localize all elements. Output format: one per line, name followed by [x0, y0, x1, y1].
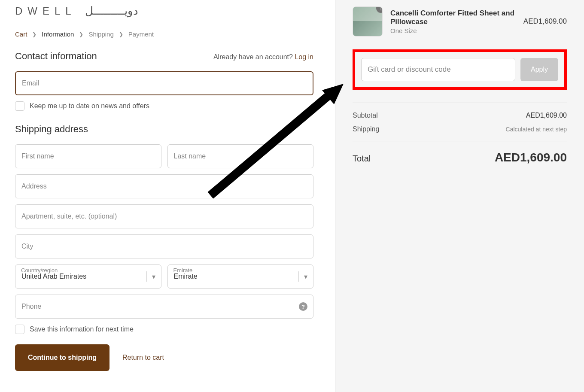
- last-name-field[interactable]: [167, 144, 314, 168]
- return-to-cart-link[interactable]: Return to cart: [122, 354, 164, 362]
- apartment-field[interactable]: [15, 204, 313, 228]
- chevron-down-icon: ▾: [146, 271, 155, 282]
- breadcrumb-payment: Payment: [128, 30, 154, 38]
- breadcrumb: Cart ❯ Information ❯ Shipping ❯ Payment: [15, 30, 313, 38]
- address-field[interactable]: [15, 174, 313, 198]
- city-field[interactable]: [15, 234, 313, 258]
- discount-code-section: Apply: [353, 49, 567, 90]
- breadcrumb-information: Information: [42, 30, 74, 38]
- product-variant: One Size: [390, 27, 516, 34]
- apply-button[interactable]: Apply: [520, 58, 558, 81]
- product-name: Cancelli Comforter Fitted Sheet and Pill…: [390, 9, 516, 26]
- save-info-checkbox[interactable]: [15, 325, 24, 334]
- news-checkbox-label: Keep me up to date on news and offers: [30, 102, 149, 110]
- chevron-right-icon: ❯: [32, 31, 36, 37]
- breadcrumb-cart[interactable]: Cart: [15, 30, 27, 38]
- emirate-value: Emirate: [174, 273, 198, 280]
- brand-logo: DWELL دويـــــــــل: [15, 4, 313, 18]
- account-prompt: Already have an account? Log in: [213, 53, 313, 61]
- login-link[interactable]: Log in: [295, 53, 313, 61]
- logo-english: DWELL: [15, 5, 76, 17]
- emirate-label: Emirate: [173, 267, 193, 273]
- total-label: Total: [353, 154, 371, 164]
- account-prompt-text: Already have an account?: [213, 53, 293, 61]
- news-checkbox[interactable]: [15, 101, 24, 111]
- email-field[interactable]: [15, 71, 313, 95]
- contact-info-title: Contact information: [15, 51, 97, 62]
- shipping-label: Shipping: [353, 125, 379, 133]
- chevron-right-icon: ❯: [79, 31, 83, 37]
- product-thumbnail: 1: [353, 6, 383, 36]
- logo-arabic: دويـــــــــل: [85, 4, 138, 18]
- save-info-label: Save this information for next time: [30, 325, 134, 333]
- product-price: AED1,609.00: [523, 17, 567, 26]
- country-label: Country/region: [21, 267, 58, 273]
- breadcrumb-shipping: Shipping: [88, 30, 113, 38]
- shipping-address-title: Shipping address: [15, 124, 313, 135]
- subtotal-label: Subtotal: [353, 112, 378, 119]
- help-icon[interactable]: ?: [299, 302, 307, 311]
- phone-field[interactable]: [15, 295, 313, 319]
- shipping-note: Calculated at next step: [506, 126, 567, 133]
- chevron-down-icon: ▾: [298, 271, 307, 282]
- continue-button[interactable]: Continue to shipping: [15, 344, 110, 371]
- chevron-right-icon: ❯: [119, 31, 123, 37]
- quantity-badge: 1: [376, 6, 383, 13]
- discount-code-input[interactable]: [361, 58, 515, 81]
- subtotal-value: AED1,609.00: [526, 112, 567, 119]
- total-value: AED1,609.00: [495, 151, 567, 164]
- country-value: United Arab Emirates: [21, 273, 86, 280]
- cart-item: 1 Cancelli Comforter Fitted Sheet and Pi…: [353, 6, 567, 36]
- first-name-field[interactable]: [15, 144, 161, 168]
